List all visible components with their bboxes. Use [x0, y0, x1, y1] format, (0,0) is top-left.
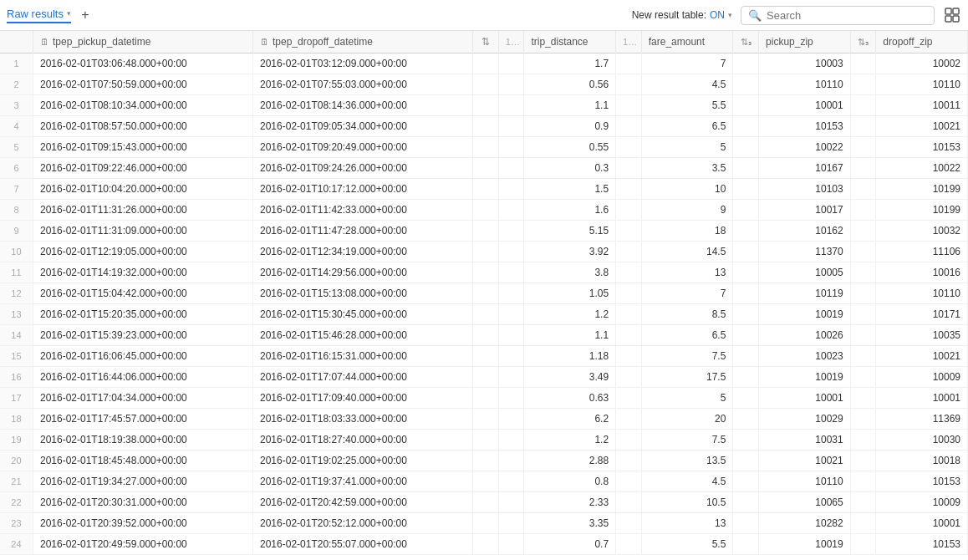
col-header-rownum — [0, 31, 33, 53]
cell-dist-type-empty — [498, 534, 524, 555]
cell-fare-type-empty — [616, 283, 642, 304]
cell-fare-amount: 18 — [641, 221, 733, 242]
cell-fare-type-empty — [616, 513, 642, 534]
cell-pickup-zip-icon-empty — [733, 200, 759, 221]
cell-pickup-datetime: 2016-02-01T17:45:57.000+00:00 — [33, 409, 252, 430]
cell-trip-distance: 3.8 — [524, 262, 616, 283]
cell-rownum: 18 — [0, 409, 33, 430]
cell-fare-amount: 5.5 — [641, 534, 733, 555]
cell-dropoff-zip-icon-empty — [850, 471, 876, 492]
raw-results-button[interactable]: Raw results ▾ — [7, 8, 71, 23]
cell-dist-type-empty — [498, 346, 524, 367]
cell-rownum: 16 — [0, 367, 33, 388]
cell-dropoff-zip: 10011 — [876, 95, 968, 116]
cell-pickup-zip: 10119 — [759, 283, 851, 304]
new-result-table-toggle[interactable]: New result table: ON ▾ — [632, 9, 732, 21]
col-header-dropoff-datetime[interactable]: 🗓 tpep_dropoff_datetime — [253, 31, 473, 53]
cell-dropoff-zip-icon-empty — [850, 221, 876, 242]
cell-dropoff-zip: 10002 — [876, 53, 968, 74]
cell-fare-type-empty — [616, 492, 642, 513]
cell-fare-amount: 4.5 — [641, 74, 733, 95]
datetime-icon: 🗓 — [260, 37, 269, 47]
table-row: 18 2016-02-01T17:45:57.000+00:00 2016-02… — [0, 409, 968, 430]
cell-pickup-zip-icon-empty — [733, 242, 759, 262]
cell-fare-amount: 6.5 — [641, 116, 733, 137]
cell-dist-type-empty — [498, 388, 524, 409]
cell-pickup-datetime: 2016-02-01T15:04:42.000+00:00 — [33, 283, 252, 304]
cell-sort-empty — [473, 492, 499, 513]
cell-fare-amount: 7 — [641, 53, 733, 74]
cell-pickup-datetime: 2016-02-01T15:39:23.000+00:00 — [33, 325, 252, 346]
cell-rownum: 6 — [0, 158, 33, 179]
cell-fare-type-empty — [616, 430, 642, 451]
cell-fare-amount: 6.5 — [641, 325, 733, 346]
cell-sort-empty — [473, 200, 499, 221]
cell-trip-distance: 1.6 — [524, 200, 616, 221]
cell-dropoff-zip-icon-empty — [850, 346, 876, 367]
table-row: 2 2016-02-01T07:50:59.000+00:00 2016-02-… — [0, 74, 968, 95]
cell-fare-amount: 7.5 — [641, 430, 733, 451]
cell-dropoff-zip-icon-empty — [850, 325, 876, 346]
col-header-dropoff-zip[interactable]: dropoff_zip — [876, 31, 968, 53]
add-tab-button[interactable]: + — [76, 6, 94, 24]
cell-dropoff-datetime: 2016-02-01T19:02:25.000+00:00 — [253, 451, 473, 471]
layout-toggle-button[interactable] — [943, 6, 961, 24]
col-header-pickup-datetime[interactable]: 🗓 tpep_pickup_datetime — [33, 31, 252, 53]
cell-trip-distance: 0.8 — [524, 471, 616, 492]
cell-sort-empty — [473, 262, 499, 283]
table-row: 14 2016-02-01T15:39:23.000+00:00 2016-02… — [0, 325, 968, 346]
cell-dropoff-zip-icon-empty — [850, 158, 876, 179]
cell-rownum: 4 — [0, 116, 33, 137]
cell-pickup-zip-icon-empty — [733, 325, 759, 346]
cell-pickup-datetime: 2016-02-01T12:19:05.000+00:00 — [33, 242, 252, 262]
cell-dropoff-zip: 11106 — [876, 242, 968, 262]
col-label-dropoff: tpep_dropoff_datetime — [273, 36, 373, 48]
cell-fare-type-empty — [616, 200, 642, 221]
cell-dropoff-datetime: 2016-02-01T11:47:28.000+00:00 — [253, 221, 473, 242]
cell-trip-distance: 3.35 — [524, 513, 616, 534]
cell-trip-distance: 0.9 — [524, 116, 616, 137]
chevron-down-icon: ▾ — [67, 9, 71, 18]
cell-sort-empty — [473, 471, 499, 492]
cell-dist-type-empty — [498, 492, 524, 513]
cell-dropoff-zip-icon-empty — [850, 95, 876, 116]
cell-sort-empty — [473, 242, 499, 262]
cell-pickup-zip: 10001 — [759, 95, 851, 116]
dropoff-zip-sort-icon: ⇅₃ — [858, 37, 869, 47]
cell-trip-distance: 1.05 — [524, 283, 616, 304]
table-row: 21 2016-02-01T19:34:27.000+00:00 2016-02… — [0, 471, 968, 492]
cell-pickup-zip: 10167 — [759, 158, 851, 179]
cell-dropoff-zip: 10153 — [876, 137, 968, 158]
cell-dist-type-empty — [498, 221, 524, 242]
cell-fare-type-empty — [616, 262, 642, 283]
cell-fare-type-empty — [616, 409, 642, 430]
search-box[interactable]: 🔍 — [741, 6, 935, 25]
cell-dist-type-empty — [498, 262, 524, 283]
col-header-sort[interactable]: ⇅ — [473, 31, 499, 53]
cell-fare-amount: 5 — [641, 388, 733, 409]
table-row: 8 2016-02-01T11:31:26.000+00:00 2016-02-… — [0, 200, 968, 221]
dist-type-label: 1.2 — [506, 37, 520, 47]
col-header-fare-amount[interactable]: fare_amount — [641, 31, 733, 53]
search-input[interactable] — [767, 9, 927, 22]
cell-dropoff-datetime: 2016-02-01T09:20:49.000+00:00 — [253, 137, 473, 158]
col-header-trip-distance[interactable]: trip_distance — [524, 31, 616, 53]
cell-fare-type-empty — [616, 367, 642, 388]
cell-dropoff-zip-icon-empty — [850, 304, 876, 325]
cell-pickup-datetime: 2016-02-01T03:06:48.000+00:00 — [33, 53, 252, 74]
cell-pickup-zip: 10005 — [759, 262, 851, 283]
cell-trip-distance: 0.3 — [524, 158, 616, 179]
cell-fare-amount: 13 — [641, 262, 733, 283]
cell-rownum: 2 — [0, 74, 33, 95]
col-header-pickup-zip-icon[interactable]: ⇅₃ — [733, 31, 759, 53]
cell-dropoff-datetime: 2016-02-01T20:55:07.000+00:00 — [253, 534, 473, 555]
svg-rect-1 — [953, 8, 959, 14]
cell-fare-type-empty — [616, 221, 642, 242]
cell-pickup-zip: 10001 — [759, 388, 851, 409]
cell-fare-type-empty — [616, 451, 642, 471]
cell-sort-empty — [473, 283, 499, 304]
cell-fare-type-empty — [616, 53, 642, 74]
col-header-pickup-zip[interactable]: pickup_zip — [759, 31, 851, 53]
cell-pickup-datetime: 2016-02-01T08:10:34.000+00:00 — [33, 95, 252, 116]
col-header-dropoff-zip-icon[interactable]: ⇅₃ — [850, 31, 876, 53]
